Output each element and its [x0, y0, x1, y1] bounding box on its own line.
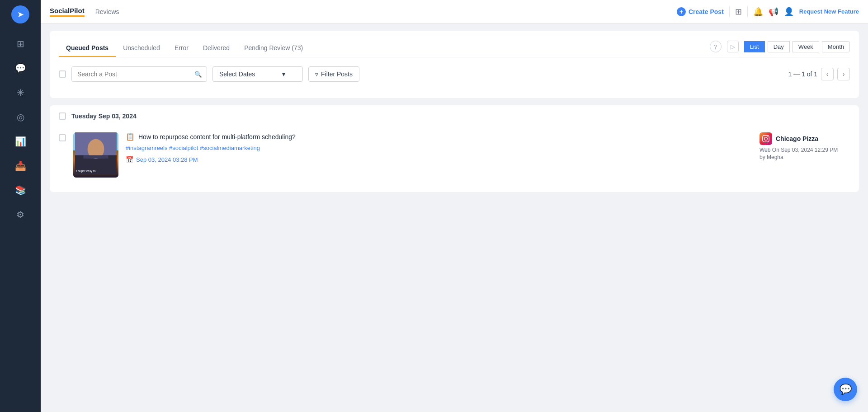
video-icon[interactable]: ▷: [727, 41, 739, 52]
search-icon: 🔍: [194, 71, 202, 78]
date-group-label: Tuesday Sep 03, 2024: [71, 112, 137, 120]
pagination-text: 1 — 1 of 1: [788, 70, 817, 78]
date-header: Tuesday Sep 03, 2024: [59, 112, 850, 120]
main-card: Queued Posts Unscheduled Error Delivered…: [50, 31, 859, 98]
network-icon: ✳: [17, 87, 24, 98]
filter-posts-button[interactable]: ▿ Filter Posts: [308, 66, 359, 82]
topnav: SocialPilot Reviews + Create Post ⊞ 🔔 📢 …: [41, 0, 868, 23]
create-post-button[interactable]: + Create Post: [677, 7, 724, 16]
view-week-button[interactable]: Week: [793, 41, 819, 52]
select-all-checkbox-wrap: [59, 70, 66, 78]
user-icon[interactable]: 👤: [784, 7, 794, 17]
select-all-checkbox[interactable]: [59, 70, 66, 78]
analytics-icon: 📊: [15, 136, 26, 147]
post-title: How to repurpose content for multi-platf…: [138, 133, 296, 140]
account-info: Chicago Pizza Web On Sep 03, 2024 12:29 …: [760, 132, 850, 161]
sidebar-item-posts[interactable]: 💬: [7, 57, 34, 80]
sidebar-item-dashboard[interactable]: ⊞: [7, 33, 34, 55]
chevron-down-icon: ▾: [282, 70, 285, 78]
tab-error[interactable]: Error: [167, 40, 196, 57]
sidebar-item-library[interactable]: 📚: [7, 179, 34, 201]
date-select[interactable]: Select Dates ▾: [212, 66, 303, 82]
posts-icon: 💬: [15, 63, 26, 74]
view-controls: ? ▷ List Day Week Month: [710, 41, 850, 56]
inbox-icon: 📥: [15, 160, 26, 171]
library-icon: 📚: [15, 185, 26, 196]
next-page-button[interactable]: ›: [837, 68, 850, 80]
account-name-row: Chicago Pizza: [760, 132, 850, 145]
view-day-button[interactable]: Day: [768, 41, 790, 52]
sidebar-item-network[interactable]: ✳: [7, 81, 34, 104]
request-feature-link[interactable]: Request New Feature: [799, 8, 859, 15]
content-area: Queued Posts Unscheduled Error Delivered…: [41, 23, 868, 412]
target-icon: ◎: [17, 112, 24, 122]
filter-icon: ▿: [315, 70, 318, 78]
instagram-icon: [760, 132, 772, 145]
svg-text:it super easy to: it super easy to: [76, 169, 96, 173]
topnav-right: + Create Post ⊞ 🔔 📢 👤 Request New Featur…: [677, 6, 859, 17]
svg-rect-3: [83, 155, 108, 159]
grid-icon[interactable]: ⊞: [735, 7, 742, 17]
post-schedule-row: 📅 Sep 03, 2024 03:28 PM: [126, 156, 752, 163]
chat-fab-button[interactable]: 💬: [834, 378, 857, 401]
sidebar: ➤ ⊞ 💬 ✳ ◎ 📊 📥 📚 ⚙: [0, 0, 41, 412]
brand-label: SocialPilot: [50, 7, 85, 17]
calendar-icon: 📅: [126, 156, 133, 163]
tabs-row: Queued Posts Unscheduled Error Delivered…: [59, 40, 850, 57]
search-wrap: 🔍: [71, 66, 207, 82]
posts-section: Tuesday Sep 03, 2024 it super: [50, 105, 859, 192]
date-group-checkbox[interactable]: [59, 112, 66, 120]
account-detail-2: by Megha: [760, 154, 850, 160]
tab-queued[interactable]: Queued Posts: [59, 40, 116, 57]
post-checkbox-wrap: [59, 134, 66, 141]
tab-delivered[interactable]: Delivered: [196, 40, 237, 57]
post-thumbnail-image: it super easy to: [73, 132, 118, 178]
bell-icon[interactable]: 🔔: [753, 7, 763, 17]
post-content: 📋 How to repurpose content for multi-pla…: [126, 132, 752, 163]
post-thumbnail: it super easy to: [73, 132, 118, 178]
search-input[interactable]: [72, 67, 190, 81]
topnav-reviews-link[interactable]: Reviews: [95, 8, 119, 15]
view-month-button[interactable]: Month: [822, 41, 850, 52]
megaphone-icon[interactable]: 📢: [769, 7, 778, 17]
tab-unscheduled[interactable]: Unscheduled: [116, 40, 167, 57]
pagination: 1 — 1 of 1 ‹ ›: [788, 68, 850, 80]
toolbar: 🔍 Select Dates ▾ ▿ Filter Posts 1 — 1 of…: [59, 66, 850, 82]
view-list-button[interactable]: List: [744, 41, 765, 52]
tab-pending[interactable]: Pending Review (73): [237, 40, 310, 57]
help-icon[interactable]: ?: [710, 41, 722, 52]
sidebar-logo[interactable]: ➤: [11, 5, 29, 23]
post-tags: #instagramreels #socialpilot #socialmedi…: [126, 145, 752, 151]
search-button[interactable]: 🔍: [190, 67, 207, 81]
document-icon: 📋: [126, 132, 135, 141]
post-title-row: 📋 How to repurpose content for multi-pla…: [126, 132, 752, 141]
sidebar-item-target[interactable]: ◎: [7, 106, 34, 128]
divider2: [747, 6, 748, 17]
plus-circle-icon: +: [677, 7, 686, 16]
schedule-time: Sep 03, 2024 03:28 PM: [136, 156, 198, 163]
settings-icon: ⚙: [16, 209, 24, 220]
sidebar-item-inbox[interactable]: 📥: [7, 154, 34, 177]
date-placeholder: Select Dates: [219, 70, 255, 78]
chat-icon: 💬: [840, 384, 852, 395]
dashboard-icon: ⊞: [17, 38, 24, 49]
sidebar-item-settings[interactable]: ⚙: [7, 203, 34, 226]
sidebar-item-analytics[interactable]: 📊: [7, 130, 34, 153]
account-name: Chicago Pizza: [776, 135, 818, 142]
prev-page-button[interactable]: ‹: [821, 68, 834, 80]
main-area: SocialPilot Reviews + Create Post ⊞ 🔔 📢 …: [41, 0, 868, 412]
post-checkbox[interactable]: [59, 134, 66, 141]
post-item: it super easy to 📋 How to repurpose cont…: [59, 125, 850, 185]
account-detail-1: Web On Sep 03, 2024 12:29 PM: [760, 147, 850, 153]
divider: [729, 6, 730, 17]
